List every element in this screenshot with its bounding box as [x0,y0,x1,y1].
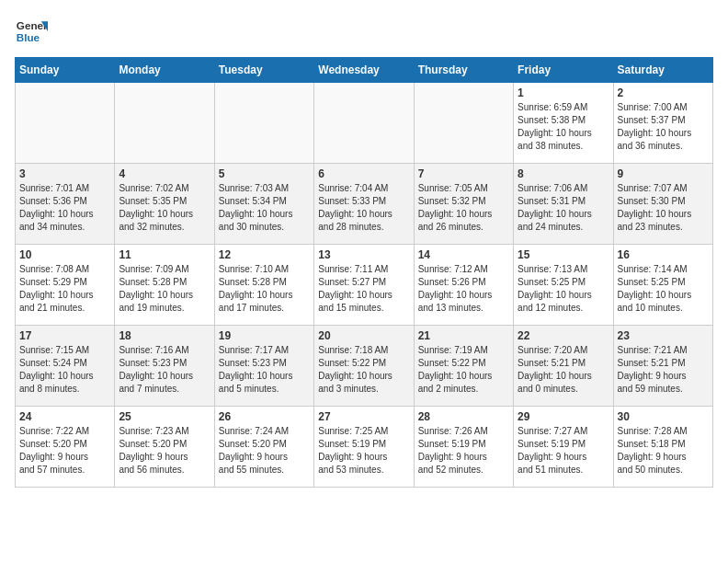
calendar-cell: 28Sunrise: 7:26 AM Sunset: 5:19 PM Dayli… [414,407,513,488]
calendar-cell [16,83,115,164]
calendar-table: SundayMondayTuesdayWednesdayThursdayFrid… [15,57,713,488]
day-info: Sunrise: 7:02 AM Sunset: 5:35 PM Dayligh… [119,182,210,234]
calendar-cell: 12Sunrise: 7:10 AM Sunset: 5:28 PM Dayli… [214,245,313,326]
day-number: 26 [219,410,310,423]
calendar-cell: 23Sunrise: 7:21 AM Sunset: 5:21 PM Dayli… [613,326,712,407]
calendar-cell: 13Sunrise: 7:11 AM Sunset: 5:27 PM Dayli… [314,245,414,326]
day-number: 28 [418,410,509,423]
logo: General Blue [15,15,48,48]
calendar-cell [115,83,214,164]
day-info: Sunrise: 7:20 AM Sunset: 5:21 PM Dayligh… [518,344,609,396]
day-number: 11 [119,248,210,261]
calendar-cell [314,83,414,164]
day-number: 8 [518,167,609,180]
calendar-cell: 8Sunrise: 7:06 AM Sunset: 5:31 PM Daylig… [514,164,613,245]
day-info: Sunrise: 7:28 AM Sunset: 5:18 PM Dayligh… [618,425,709,477]
calendar-cell: 3Sunrise: 7:01 AM Sunset: 5:36 PM Daylig… [16,164,115,245]
calendar-cell: 20Sunrise: 7:18 AM Sunset: 5:22 PM Dayli… [314,326,414,407]
day-info: Sunrise: 7:21 AM Sunset: 5:21 PM Dayligh… [618,344,709,396]
day-info: Sunrise: 7:15 AM Sunset: 5:24 PM Dayligh… [19,344,110,396]
day-number: 15 [518,248,609,261]
day-number: 12 [219,248,310,261]
day-info: Sunrise: 7:12 AM Sunset: 5:26 PM Dayligh… [418,263,509,315]
day-info: Sunrise: 7:27 AM Sunset: 5:19 PM Dayligh… [518,425,609,477]
day-number: 27 [318,410,409,423]
day-number: 24 [19,410,110,423]
day-info: Sunrise: 7:17 AM Sunset: 5:23 PM Dayligh… [219,344,310,396]
calendar-cell: 27Sunrise: 7:25 AM Sunset: 5:19 PM Dayli… [314,407,414,488]
column-header-sunday: Sunday [16,58,115,83]
day-number: 2 [618,86,709,99]
day-info: Sunrise: 7:00 AM Sunset: 5:37 PM Dayligh… [618,101,709,153]
day-info: Sunrise: 7:25 AM Sunset: 5:19 PM Dayligh… [318,425,409,477]
day-info: Sunrise: 7:13 AM Sunset: 5:25 PM Dayligh… [518,263,609,315]
day-info: Sunrise: 7:24 AM Sunset: 5:20 PM Dayligh… [219,425,310,477]
calendar-cell: 14Sunrise: 7:12 AM Sunset: 5:26 PM Dayli… [414,245,513,326]
day-number: 22 [518,329,609,342]
calendar-cell: 29Sunrise: 7:27 AM Sunset: 5:19 PM Dayli… [514,407,613,488]
calendar-cell: 10Sunrise: 7:08 AM Sunset: 5:29 PM Dayli… [16,245,115,326]
calendar-cell [414,83,513,164]
calendar-cell: 7Sunrise: 7:05 AM Sunset: 5:32 PM Daylig… [414,164,513,245]
day-info: Sunrise: 7:05 AM Sunset: 5:32 PM Dayligh… [418,182,509,234]
day-info: Sunrise: 7:09 AM Sunset: 5:28 PM Dayligh… [119,263,210,315]
day-number: 13 [318,248,409,261]
logo-icon: General Blue [15,15,48,48]
day-info: Sunrise: 7:26 AM Sunset: 5:19 PM Dayligh… [418,425,509,477]
day-number: 6 [318,167,409,180]
day-info: Sunrise: 7:06 AM Sunset: 5:31 PM Dayligh… [518,182,609,234]
day-info: Sunrise: 7:18 AM Sunset: 5:22 PM Dayligh… [318,344,409,396]
day-number: 30 [618,410,709,423]
day-info: Sunrise: 7:16 AM Sunset: 5:23 PM Dayligh… [119,344,210,396]
day-info: Sunrise: 7:03 AM Sunset: 5:34 PM Dayligh… [219,182,310,234]
calendar-cell: 22Sunrise: 7:20 AM Sunset: 5:21 PM Dayli… [514,326,613,407]
calendar-cell: 16Sunrise: 7:14 AM Sunset: 5:25 PM Dayli… [613,245,712,326]
day-number: 5 [219,167,310,180]
day-info: Sunrise: 7:19 AM Sunset: 5:22 PM Dayligh… [418,344,509,396]
calendar-cell: 18Sunrise: 7:16 AM Sunset: 5:23 PM Dayli… [115,326,214,407]
calendar-cell: 6Sunrise: 7:04 AM Sunset: 5:33 PM Daylig… [314,164,414,245]
day-number: 17 [19,329,110,342]
day-number: 20 [318,329,409,342]
day-info: Sunrise: 7:10 AM Sunset: 5:28 PM Dayligh… [219,263,310,315]
svg-text:Blue: Blue [17,31,40,43]
week-row-1: 1Sunrise: 6:59 AM Sunset: 5:38 PM Daylig… [16,83,713,164]
day-number: 21 [418,329,509,342]
column-header-monday: Monday [115,58,214,83]
day-number: 7 [418,167,509,180]
calendar-cell: 9Sunrise: 7:07 AM Sunset: 5:30 PM Daylig… [613,164,712,245]
column-header-thursday: Thursday [414,58,513,83]
day-number: 4 [119,167,210,180]
calendar-cell: 19Sunrise: 7:17 AM Sunset: 5:23 PM Dayli… [214,326,313,407]
column-header-tuesday: Tuesday [214,58,313,83]
day-number: 14 [418,248,509,261]
week-row-5: 24Sunrise: 7:22 AM Sunset: 5:20 PM Dayli… [16,407,713,488]
day-info: Sunrise: 7:01 AM Sunset: 5:36 PM Dayligh… [19,182,110,234]
day-number: 9 [618,167,709,180]
day-info: Sunrise: 6:59 AM Sunset: 5:38 PM Dayligh… [518,101,609,153]
column-header-wednesday: Wednesday [314,58,414,83]
calendar-cell: 2Sunrise: 7:00 AM Sunset: 5:37 PM Daylig… [613,83,712,164]
day-info: Sunrise: 7:11 AM Sunset: 5:27 PM Dayligh… [318,263,409,315]
week-row-3: 10Sunrise: 7:08 AM Sunset: 5:29 PM Dayli… [16,245,713,326]
day-info: Sunrise: 7:04 AM Sunset: 5:33 PM Dayligh… [318,182,409,234]
calendar-cell: 26Sunrise: 7:24 AM Sunset: 5:20 PM Dayli… [214,407,313,488]
calendar-cell: 17Sunrise: 7:15 AM Sunset: 5:24 PM Dayli… [16,326,115,407]
day-number: 10 [19,248,110,261]
day-number: 3 [19,167,110,180]
column-header-saturday: Saturday [613,58,712,83]
week-row-4: 17Sunrise: 7:15 AM Sunset: 5:24 PM Dayli… [16,326,713,407]
calendar-cell: 15Sunrise: 7:13 AM Sunset: 5:25 PM Dayli… [514,245,613,326]
day-number: 16 [618,248,709,261]
calendar-cell: 11Sunrise: 7:09 AM Sunset: 5:28 PM Dayli… [115,245,214,326]
day-number: 29 [518,410,609,423]
calendar-cell: 5Sunrise: 7:03 AM Sunset: 5:34 PM Daylig… [214,164,313,245]
day-info: Sunrise: 7:22 AM Sunset: 5:20 PM Dayligh… [19,425,110,477]
calendar-cell: 4Sunrise: 7:02 AM Sunset: 5:35 PM Daylig… [115,164,214,245]
header-row: SundayMondayTuesdayWednesdayThursdayFrid… [16,58,713,83]
day-number: 18 [119,329,210,342]
calendar-cell: 1Sunrise: 6:59 AM Sunset: 5:38 PM Daylig… [514,83,613,164]
column-header-friday: Friday [514,58,613,83]
week-row-2: 3Sunrise: 7:01 AM Sunset: 5:36 PM Daylig… [16,164,713,245]
calendar-cell: 21Sunrise: 7:19 AM Sunset: 5:22 PM Dayli… [414,326,513,407]
